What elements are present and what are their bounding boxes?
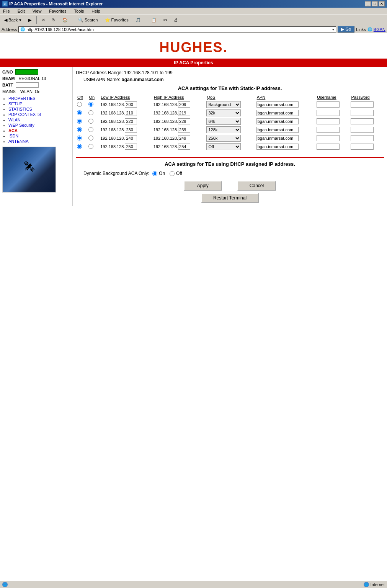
row-0-apn-cell[interactable] xyxy=(255,100,315,109)
cancel-button[interactable]: Cancel xyxy=(237,181,276,191)
row-0-on-cell[interactable] xyxy=(87,100,99,109)
row-5-off-cell[interactable] xyxy=(76,142,87,151)
row-3-username-cell[interactable] xyxy=(315,126,349,134)
row-5-password-cell[interactable] xyxy=(349,142,384,151)
row-3-low-ip-input[interactable] xyxy=(125,127,137,133)
menu-favorites[interactable]: Favorites xyxy=(47,8,68,14)
row-1-password-cell[interactable] xyxy=(349,109,384,117)
close-button[interactable]: ✕ xyxy=(379,1,385,7)
row-2-radio-on[interactable] xyxy=(88,119,93,124)
row-5-low-ip-input[interactable] xyxy=(125,144,137,150)
row-4-username-cell[interactable] xyxy=(315,134,349,142)
bgan-link[interactable]: BGAN xyxy=(374,27,385,32)
row-3-apn-cell[interactable] xyxy=(255,126,315,134)
row-1-qos-cell[interactable]: Background32k64k128k256kOff xyxy=(205,109,255,117)
row-4-low-ip-input[interactable] xyxy=(125,135,137,141)
row-0-qos-cell[interactable]: Background32k64k128k256kOff xyxy=(205,100,255,109)
row-5-radio-off[interactable] xyxy=(77,144,82,149)
radio-off-option[interactable]: Off xyxy=(170,171,182,176)
mail-button[interactable]: ✉ xyxy=(161,16,170,24)
row-4-username-input[interactable] xyxy=(317,135,340,141)
row-1-apn-input[interactable] xyxy=(256,110,299,116)
row-5-qos-select[interactable]: Background32k64k128k256kOff xyxy=(206,143,241,150)
row-5-apn-input[interactable] xyxy=(256,144,299,150)
row-1-username-cell[interactable] xyxy=(315,109,349,117)
row-0-radio-on[interactable] xyxy=(88,102,93,107)
forward-button[interactable]: ▶ xyxy=(26,16,34,24)
row-2-qos-select[interactable]: Background32k64k128k256kOff xyxy=(206,118,241,125)
row-5-apn-cell[interactable] xyxy=(255,142,315,151)
menu-help[interactable]: Help xyxy=(90,8,102,14)
row-3-username-input[interactable] xyxy=(317,127,340,133)
row-1-low-ip-input[interactable] xyxy=(125,110,137,116)
row-1-password-input[interactable] xyxy=(351,110,374,116)
apply-button[interactable]: Apply xyxy=(184,181,222,191)
nav-item-pdp[interactable]: PDP CONTEXTS xyxy=(8,112,70,117)
menu-tools[interactable]: Tools xyxy=(73,8,86,14)
search-button[interactable]: 🔍 Search xyxy=(75,16,101,24)
row-2-apn-input[interactable] xyxy=(256,118,299,124)
row-0-password-input[interactable] xyxy=(351,101,374,108)
row-5-high-ip-input[interactable] xyxy=(178,144,190,150)
row-2-low-ip-input[interactable] xyxy=(125,118,137,124)
row-0-password-cell[interactable] xyxy=(349,100,384,109)
menu-edit[interactable]: Edit xyxy=(16,8,26,14)
row-2-qos-cell[interactable]: Background32k64k128k256kOff xyxy=(205,117,255,126)
row-5-password-input[interactable] xyxy=(351,144,374,150)
go-button[interactable]: ▶ Go xyxy=(338,26,354,33)
row-2-radio-off[interactable] xyxy=(77,119,82,124)
row-4-qos-cell[interactable]: Background32k64k128k256kOff xyxy=(205,134,255,142)
row-4-radio-on[interactable] xyxy=(88,136,93,140)
row-4-off-cell[interactable] xyxy=(76,134,87,142)
print-button[interactable]: 🖨 xyxy=(171,16,181,23)
nav-item-isdn[interactable]: ISDN xyxy=(8,134,70,138)
row-0-username-input[interactable] xyxy=(317,101,340,108)
row-1-username-input[interactable] xyxy=(317,110,340,116)
refresh-button[interactable]: ↻ xyxy=(49,16,58,24)
row-3-on-cell[interactable] xyxy=(87,126,99,134)
row-1-radio-off[interactable] xyxy=(77,110,82,115)
row-2-high-ip-input[interactable] xyxy=(178,118,190,124)
row-3-qos-cell[interactable]: Background32k64k128k256kOff xyxy=(205,126,255,134)
row-2-off-cell[interactable] xyxy=(76,117,87,126)
row-0-low-ip-input[interactable] xyxy=(125,101,137,108)
row-0-off-cell[interactable] xyxy=(76,100,87,109)
row-4-qos-select[interactable]: Background32k64k128k256kOff xyxy=(206,135,241,142)
nav-item-statistics[interactable]: STATISTICS xyxy=(8,107,70,111)
row-4-password-input[interactable] xyxy=(351,135,374,141)
window-controls[interactable]: _ □ ✕ xyxy=(365,1,385,7)
row-5-on-cell[interactable] xyxy=(87,142,99,151)
row-1-radio-on[interactable] xyxy=(88,110,93,115)
row-0-apn-input[interactable] xyxy=(256,101,299,108)
nav-item-wlan[interactable]: WLAN xyxy=(8,118,70,122)
row-5-username-input[interactable] xyxy=(317,144,340,150)
minimize-button[interactable]: _ xyxy=(365,1,371,7)
radio-on-option[interactable]: On xyxy=(152,171,165,176)
row-0-qos-select[interactable]: Background32k64k128k256kOff xyxy=(206,101,241,108)
history-button[interactable]: 📋 xyxy=(149,16,159,24)
row-5-radio-on[interactable] xyxy=(88,144,93,149)
home-button[interactable]: 🏠 xyxy=(60,16,70,24)
row-3-apn-input[interactable] xyxy=(256,127,299,133)
row-1-apn-cell[interactable] xyxy=(255,109,315,117)
favorites-button[interactable]: ⭐ Favorites xyxy=(102,16,131,24)
row-2-username-cell[interactable] xyxy=(315,117,349,126)
menu-view[interactable]: View xyxy=(31,8,43,14)
row-2-username-input[interactable] xyxy=(317,118,340,124)
row-0-radio-off[interactable] xyxy=(77,102,82,107)
nav-item-wep[interactable]: WEP Security xyxy=(8,123,70,127)
row-1-on-cell[interactable] xyxy=(87,109,99,117)
row-0-high-ip-input[interactable] xyxy=(178,101,190,108)
row-0-username-cell[interactable] xyxy=(315,100,349,109)
restart-terminal-button[interactable]: Restart Terminal xyxy=(201,193,259,203)
row-4-on-cell[interactable] xyxy=(87,134,99,142)
stop-button[interactable]: ✕ xyxy=(39,16,48,24)
back-button[interactable]: ◀ Back ▾ xyxy=(2,16,24,24)
url-input[interactable] xyxy=(26,27,331,32)
row-5-qos-cell[interactable]: Background32k64k128k256kOff xyxy=(205,142,255,151)
row-3-password-cell[interactable] xyxy=(349,126,384,134)
row-2-apn-cell[interactable] xyxy=(255,117,315,126)
row-3-high-ip-input[interactable] xyxy=(178,127,190,133)
row-5-username-cell[interactable] xyxy=(315,142,349,151)
row-3-password-input[interactable] xyxy=(351,127,374,133)
